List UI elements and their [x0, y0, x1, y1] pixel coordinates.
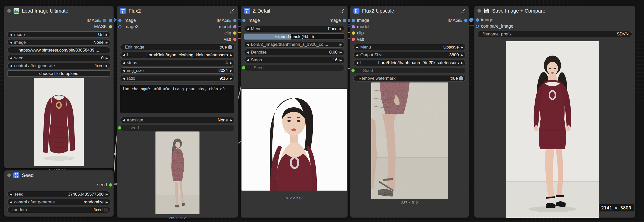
left-arrow-icon[interactable]: ◀	[10, 33, 12, 36]
steps-widget[interactable]: ◀ steps 4 ▶	[120, 60, 235, 66]
node-header[interactable]: 1234 Seed	[4, 170, 113, 180]
face-preview-image[interactable]	[242, 89, 347, 191]
expand-mask-slider[interactable]: Expand mask (%) 5	[244, 33, 344, 40]
node-header[interactable]: Load Image Ultimate	[4, 6, 113, 16]
img-size-widget[interactable]: ◀ img_size 2024 ▶	[120, 67, 235, 74]
clip-output-socket[interactable]	[233, 31, 236, 35]
model-input-socket[interactable]	[352, 25, 355, 28]
collapse-dot[interactable]	[7, 9, 11, 13]
seed-output-socket[interactable]	[109, 183, 112, 187]
seed-input-socket[interactable]	[242, 66, 245, 69]
choose-file-button[interactable]: choose file to upload	[7, 70, 110, 77]
clip-input-socket[interactable]	[352, 31, 355, 35]
vae-input-socket[interactable]	[352, 38, 355, 41]
generated-preview-image[interactable]	[155, 131, 199, 214]
right-arrow-icon[interactable]: ▶	[106, 193, 108, 196]
right-arrow-icon[interactable]: ▶	[106, 57, 108, 60]
toggle-knob[interactable]	[104, 208, 108, 212]
left-arrow-icon[interactable]: ◀	[123, 77, 125, 80]
right-arrow-icon[interactable]: ▶	[106, 41, 108, 44]
right-arrow-icon[interactable]: ▶	[461, 46, 463, 49]
left-arrow-icon[interactable]: ◀	[356, 61, 358, 64]
right-arrow-icon[interactable]: ▶	[340, 27, 342, 30]
node-flux2-upscale[interactable]: Flux2-Upscale image IMAGE model clip vae…	[350, 6, 469, 218]
left-arrow-icon[interactable]: ◀	[123, 61, 125, 64]
left-arrow-icon[interactable]: ◀	[10, 201, 12, 204]
menu-widget[interactable]: ◀ Menu Upscale ▶	[353, 44, 466, 50]
model-output-socket[interactable]	[233, 25, 236, 28]
denoise-widget[interactable]: ◀ Denoise 0.60 ▶	[244, 49, 344, 55]
left-arrow-icon[interactable]: ◀	[123, 54, 125, 57]
remove-watermark-toggle[interactable]: Remove watermark true	[353, 75, 466, 81]
right-arrow-icon[interactable]: ▶	[461, 54, 463, 57]
left-arrow-icon[interactable]: ◀	[247, 43, 249, 46]
compare-image-input-socket[interactable]	[476, 25, 479, 28]
left-arrow-icon[interactable]: ◀	[247, 59, 249, 62]
node-header[interactable]: Save Image + Compare	[474, 6, 635, 16]
seed-input-socket[interactable]	[118, 126, 121, 129]
reroute-dot[interactable]	[469, 18, 473, 22]
final-preview-image[interactable]	[506, 41, 599, 218]
seed-input-widget[interactable]: Seed	[353, 67, 466, 74]
image2-input-socket[interactable]	[118, 25, 122, 28]
seed-input-widget[interactable]: seed	[120, 125, 235, 131]
seed-wire-junction-dot[interactable]	[114, 153, 116, 155]
right-arrow-icon[interactable]: ▶	[230, 77, 232, 80]
seed-input-widget[interactable]: Seed	[244, 65, 344, 71]
ratio-widget[interactable]: ◀ ratio 9:16 ▶	[120, 75, 235, 81]
dress-preview-image[interactable]	[34, 78, 84, 166]
random-fixed-toggle[interactable]: random fixed	[7, 207, 110, 213]
right-arrow-icon[interactable]: ▶	[340, 43, 342, 46]
edit-image-toggle[interactable]: EditImage true	[120, 44, 235, 50]
image-output-socket[interactable]	[343, 19, 346, 22]
right-arrow-icon[interactable]: ▶	[230, 61, 232, 64]
right-arrow-icon[interactable]: ▶	[106, 201, 108, 204]
node-graph-canvas[interactable]: { "colors": { "canvas_bg": "#141414", "n…	[0, 0, 644, 222]
left-arrow-icon[interactable]: ◀	[10, 41, 12, 44]
node-header[interactable]: Flux2-Upscale	[350, 6, 469, 16]
control-after-generate-widget[interactable]: ◀ control after generate randomize ▶	[7, 199, 110, 205]
node-flux2[interactable]: Flux2 image IMAGE image2 model clip vae …	[117, 6, 238, 218]
right-arrow-icon[interactable]: ▶	[230, 54, 232, 57]
image-output-socket[interactable]	[464, 19, 467, 22]
upscale-crop-preview-image[interactable]	[371, 82, 448, 199]
right-arrow-icon[interactable]: ▶	[461, 61, 463, 64]
control-after-generate-widget[interactable]: ◀ control after generate fixed ▶	[7, 63, 110, 69]
lora-widget[interactable]: ◀ Lora/Z_Image/thanhthanh_z_1920_co ... …	[244, 41, 344, 48]
image-widget[interactable]: ◀ image None ▶	[7, 39, 110, 46]
lora-widget[interactable]: ◀ l ... Lora/Klein/tryon_clothing_klein.…	[120, 52, 235, 58]
left-arrow-icon[interactable]: ◀	[123, 119, 125, 122]
mode-widget[interactable]: ◀ mode Url ▶	[7, 31, 110, 38]
image-input-socket[interactable]	[118, 19, 122, 22]
node-save-image-compare[interactable]: Save Image + Compare image compare_image…	[474, 6, 635, 218]
filename-prefix-widget[interactable]: filename_prefix SDVN	[477, 31, 632, 37]
toggle-knob[interactable]	[228, 45, 232, 49]
url-input[interactable]: https://www.pinterest.com/pin/83858439 .…	[7, 47, 110, 53]
translate-widget[interactable]: ◀ translate None ▶	[120, 117, 235, 123]
node-header[interactable]: Flux2	[117, 6, 238, 16]
collapse-dot[interactable]	[477, 9, 481, 13]
lora-widget[interactable]: ◀ l ... Lora/Klein/thanhthanh_9b-20k.saf…	[353, 60, 466, 66]
seed-widget[interactable]: ◀ seed 374853435577580 ▶	[7, 191, 110, 197]
left-arrow-icon[interactable]: ◀	[10, 57, 12, 60]
steps-widget[interactable]: ◀ Steps 16 ▶	[244, 57, 344, 63]
image-input-socket[interactable]	[476, 18, 479, 22]
right-arrow-icon[interactable]: ▶	[340, 51, 342, 54]
left-arrow-icon[interactable]: ◀	[247, 51, 249, 54]
expand-icon[interactable]	[339, 8, 344, 13]
node-seed[interactable]: 1234 Seed seed ◀ seed 374853435577580 ▶ …	[4, 170, 114, 217]
image-input-socket[interactable]	[352, 19, 355, 22]
image-output-socket[interactable]	[109, 19, 112, 22]
node-z-detail[interactable]: Z-Detail image image ◀ Menu Face ▶ Expan…	[241, 6, 348, 218]
left-arrow-icon[interactable]: ◀	[356, 46, 358, 49]
image-output-socket[interactable]	[233, 19, 236, 22]
image-input-socket[interactable]	[242, 19, 246, 22]
menu-widget[interactable]: ◀ Menu Face ▶	[244, 26, 344, 32]
seed-input-socket[interactable]	[351, 69, 355, 72]
node-header[interactable]: Z-Detail	[241, 6, 347, 16]
expand-icon[interactable]	[230, 8, 235, 13]
vae-output-socket[interactable]	[233, 38, 236, 41]
mask-output-socket[interactable]	[109, 25, 112, 28]
left-arrow-icon[interactable]: ◀	[10, 64, 12, 67]
collapse-dot[interactable]	[7, 173, 11, 177]
